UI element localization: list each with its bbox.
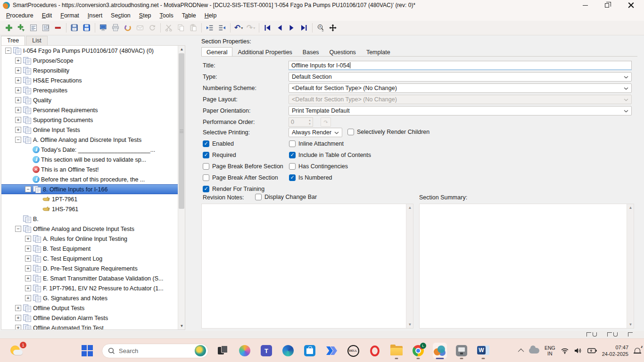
enabled-checkbox[interactable]: Enabled: [203, 140, 234, 147]
tree-item[interactable]: −I-054 Fzgo Pa Pumps PU10106/107 (480VAC…: [1, 46, 178, 56]
menu-step[interactable]: Step: [135, 11, 156, 20]
tree-item[interactable]: +Offline Automated Trip Test: [1, 323, 178, 329]
render-for-training-checkbox[interactable]: Render For Training: [203, 186, 264, 192]
section-summary-scrollbar[interactable]: ▲▼: [627, 204, 634, 328]
tray-chevron-up-icon[interactable]: [518, 348, 524, 354]
minimize-button[interactable]: [574, 0, 596, 10]
scroll-down-arrow-icon[interactable]: ▼: [627, 321, 634, 328]
expand-icon[interactable]: +: [15, 315, 21, 321]
indent-button[interactable]: [216, 22, 228, 34]
tree-item[interactable]: +G. Signatures and Notes: [1, 293, 178, 303]
menu-help[interactable]: Help: [200, 11, 221, 20]
inline-attachment-checkbox[interactable]: Inline Attachment: [289, 140, 344, 147]
tree-item[interactable]: +Quality: [1, 95, 178, 105]
tab-questions[interactable]: Questions: [324, 47, 361, 57]
print-button[interactable]: [109, 22, 122, 34]
restore-button[interactable]: [596, 0, 618, 10]
paper-orientation-dropdown[interactable]: Print Template Default: [289, 106, 632, 115]
expand-icon[interactable]: +: [15, 77, 21, 83]
expand-icon[interactable]: +: [15, 127, 21, 133]
expand-icon[interactable]: +: [15, 87, 21, 93]
include-in-table-of-contents-checkbox[interactable]: Include in Table of Contents: [289, 152, 371, 158]
tree-item[interactable]: +A. Rules for Online Input Testing: [1, 234, 178, 244]
expand-icon[interactable]: +: [15, 58, 21, 64]
close-button[interactable]: [618, 0, 644, 10]
collapse-icon[interactable]: −: [15, 226, 21, 232]
preview-button[interactable]: [97, 22, 109, 34]
volume-icon[interactable]: [574, 347, 582, 354]
menu-edit[interactable]: Edit: [38, 11, 57, 20]
tree-item[interactable]: ✕This is an Offline Test!: [1, 165, 178, 174]
tree-item[interactable]: +HS&E Precautions: [1, 75, 178, 85]
type-dropdown[interactable]: Default Section: [289, 72, 632, 82]
nav-first-button[interactable]: [261, 22, 273, 34]
opera-button[interactable]: [368, 343, 382, 359]
notification-bell-icon[interactable]: z: [634, 347, 641, 354]
onedrive-icon[interactable]: [529, 348, 539, 354]
selective-printing-dropdown[interactable]: Always Render: [289, 128, 342, 137]
tree-item[interactable]: +Responsibility: [1, 66, 178, 75]
checkbox-icon[interactable]: [289, 152, 296, 158]
nav-last-button[interactable]: [298, 22, 310, 34]
tree-item[interactable]: −Offline Analog and Discrete Input Tests: [1, 224, 178, 234]
tree-item[interactable]: +E. Smart Transmitter Database Validatio…: [1, 273, 178, 283]
scroll-up-arrow-icon[interactable]: ▲: [178, 46, 185, 53]
tab-tree[interactable]: Tree: [1, 36, 25, 45]
required-checkbox[interactable]: Required: [203, 152, 236, 158]
checkbox-icon[interactable]: [289, 163, 296, 170]
start-button[interactable]: [80, 343, 94, 359]
expand-icon[interactable]: +: [15, 97, 21, 103]
checkbox-icon[interactable]: [255, 194, 262, 200]
menu-table[interactable]: Table: [178, 11, 200, 20]
expand-icon[interactable]: +: [25, 285, 31, 291]
tree-item[interactable]: iToday's Date: ______________________...: [1, 145, 178, 155]
add-child-item-button[interactable]: [15, 22, 27, 34]
tree-item[interactable]: −A. Offline Analog and Discrete Input Te…: [1, 135, 178, 145]
expand-icon[interactable]: +: [15, 117, 21, 123]
checkbox-icon[interactable]: [289, 174, 296, 181]
page-break-before-section-checkbox[interactable]: Page Break Before Section: [203, 163, 283, 170]
checkbox-icon[interactable]: [203, 186, 209, 192]
nav-next-button[interactable]: [286, 22, 298, 34]
tree-item[interactable]: iBefore the start of this procedure, the…: [1, 174, 178, 184]
collapse-icon[interactable]: −: [5, 48, 11, 54]
delete-item-button[interactable]: [52, 22, 64, 34]
expand-icon[interactable]: +: [25, 255, 31, 262]
remote-app-button[interactable]: [454, 343, 469, 359]
undo-button[interactable]: ↶▾: [232, 22, 245, 34]
checkbox-icon[interactable]: [347, 129, 354, 135]
title-input[interactable]: Offline Inputs for I-054: [289, 61, 632, 70]
expand-icon[interactable]: +: [25, 246, 31, 252]
menu-tools[interactable]: Tools: [156, 11, 178, 20]
scroll-up-arrow-icon[interactable]: ▲: [406, 204, 413, 211]
tree-item[interactable]: iThis section will be used to validate s…: [1, 155, 178, 165]
file-explorer-button[interactable]: [389, 343, 404, 359]
checkbox-icon[interactable]: [203, 163, 209, 170]
checkbox-icon[interactable]: [289, 140, 296, 147]
checkbox-icon[interactable]: [203, 174, 209, 181]
chrome-button[interactable]: L: [411, 343, 425, 359]
smartprocedures-button[interactable]: [433, 343, 447, 359]
store-button[interactable]: [303, 343, 317, 359]
checkbox-icon[interactable]: [203, 152, 209, 158]
scroll-up-arrow-icon[interactable]: ▲: [627, 204, 634, 211]
battery-icon[interactable]: [587, 348, 597, 354]
tree-item[interactable]: +Purpose/Scope: [1, 56, 178, 66]
checkbox-icon[interactable]: [203, 140, 209, 147]
tree-item[interactable]: −8. Offline Inputs for I-166: [1, 184, 178, 194]
word-button[interactable]: W: [476, 343, 490, 359]
tree-item[interactable]: +Online Input Tests: [1, 125, 178, 135]
expand-icon[interactable]: +: [25, 295, 31, 301]
collapse-icon[interactable]: −: [25, 186, 31, 192]
tree-item[interactable]: +Offline Deviation Alarm Tests: [1, 313, 178, 323]
revision-notes-scrollbar[interactable]: ▲▼: [406, 204, 413, 328]
outdent-button[interactable]: [204, 22, 216, 34]
tab-bases[interactable]: Bases: [297, 47, 324, 57]
view-outline-button[interactable]: [27, 22, 40, 34]
task-view-button[interactable]: [216, 343, 230, 359]
scroll-down-arrow-icon[interactable]: ▼: [406, 321, 413, 328]
nav-previous-button[interactable]: [273, 22, 286, 34]
expand-icon[interactable]: +: [15, 67, 21, 74]
weather-widget[interactable]: 1: [10, 344, 25, 358]
menu-procedure[interactable]: Procedure: [2, 11, 38, 20]
